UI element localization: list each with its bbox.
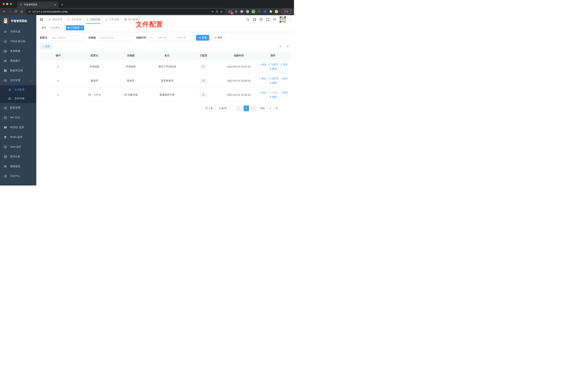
sidebar-item-tracing[interactable]: 链路追踪 [0, 161, 36, 171]
page-size-select[interactable]: 10条/页 ﹀ [215, 106, 234, 111]
active-dot-icon [68, 27, 69, 29]
prev-page-button[interactable]: ‹ [236, 106, 242, 111]
sidebar-item-code-generation[interactable]: 代码生成 [0, 27, 36, 36]
fullscreen-icon[interactable] [266, 18, 270, 21]
sidebar-item-label: 代码生成示例 [10, 40, 25, 43]
tag-close-icon[interactable]: ✕ [81, 27, 82, 29]
sidebar-item-file-config[interactable]: 文件配置 [0, 85, 36, 94]
master-config-link[interactable]: 主配置 [268, 77, 278, 80]
page-number-1[interactable]: 1 [244, 106, 249, 111]
browser-tab[interactable]: 芋道管理系统 ✕ [17, 2, 59, 8]
extension-eye-icon[interactable] [263, 10, 267, 13]
tag-close-icon[interactable]: ✕ [61, 27, 63, 29]
address-bar[interactable]: 127.0.0.1:1024/infra/file/file-config [26, 9, 225, 14]
browser-update-button[interactable]: 更新 [282, 9, 292, 14]
caret-down-icon[interactable]: ▼ [289, 19, 291, 21]
show-search-button[interactable] [278, 44, 283, 49]
config-name-input[interactable] [50, 35, 84, 41]
new-tab-button[interactable]: + [61, 3, 63, 7]
sidebar-item-system-api[interactable]: 系统接口 [0, 56, 36, 66]
delete-link[interactable]: 删除 [269, 95, 277, 99]
sidebar-item-db-doc[interactable]: 数据库文档 [0, 66, 36, 75]
sidebar-item-redis-monitor[interactable]: Redis 监控 [0, 132, 36, 142]
sidebar-item-label: Redis 监控 [10, 136, 22, 139]
extension-tabs-icon[interactable]: 11 [229, 10, 232, 13]
nav-item-reports[interactable]: 统计报表 [122, 15, 140, 24]
test-link[interactable]: 测试 [280, 77, 288, 80]
tag-home[interactable]: 首页 [40, 25, 48, 30]
filter-name-label: 配置名 [40, 36, 48, 39]
add-button[interactable]: + 新增 [40, 43, 52, 49]
sidebar-item-log-center[interactable]: 日志中心 [0, 171, 36, 181]
help-icon[interactable] [259, 18, 263, 21]
nav-item-payment[interactable]: ¥ 支付管理 [65, 15, 84, 24]
browser-menu-icon[interactable] [290, 11, 291, 13]
sidebar-item-java-monitor[interactable]: Java 监控 [0, 142, 36, 152]
sidebar-item-file-list[interactable]: 文件列表 [0, 94, 36, 103]
home-icon[interactable] [19, 9, 24, 14]
nav-item-workflow[interactable]: 工作流程 [103, 15, 122, 24]
search-button[interactable]: 搜索 [196, 35, 209, 41]
sidebar-item-config-management[interactable]: 配置管理 [0, 103, 36, 113]
storage-select[interactable]: ﹀ [98, 35, 131, 41]
github-icon[interactable] [253, 18, 256, 21]
test-link[interactable]: 测试 [280, 91, 288, 94]
avatar[interactable] [279, 16, 286, 23]
extension-drop-icon[interactable] [234, 10, 238, 13]
minimize-window-button[interactable] [6, 3, 8, 5]
sidebar-item-api-log[interactable]: API 日志 ﹀ [0, 113, 36, 122]
reset-button[interactable]: 重置 [211, 35, 225, 41]
search-icon[interactable] [246, 18, 250, 21]
back-icon[interactable] [2, 9, 7, 14]
master-config-link[interactable]: 主配置 [268, 63, 278, 66]
date-range-picker[interactable]: 开始日期 - 结束日期 [148, 35, 191, 41]
storage-select-field[interactable] [100, 36, 126, 39]
browser-toolbar: 127.0.0.1:1024/infra/file/file-config 11… [0, 8, 294, 15]
pencil-icon [259, 92, 261, 94]
extension-star-icon[interactable] [257, 10, 261, 13]
maximize-window-button[interactable] [10, 3, 12, 5]
edit-link[interactable]: 修改 [259, 91, 266, 94]
sidebar-logo[interactable]: 芋道管理系统 [0, 15, 36, 27]
password-key-icon[interactable] [211, 10, 214, 13]
nav-item-infrastructure[interactable]: 基础设施 [84, 15, 103, 24]
sidebar-item-file-management[interactable]: 文件管理 ︿ [0, 75, 36, 85]
test-link[interactable]: 测试 [280, 63, 288, 66]
sidebar-collapse-icon[interactable] [39, 17, 43, 22]
master-tag: 否 [200, 64, 207, 69]
profile-emoji-icon[interactable] [275, 10, 278, 13]
forward-icon[interactable] [8, 9, 13, 14]
cell-id: 4 [40, 74, 76, 88]
extensions-area: 11 ⌘ y [227, 10, 280, 13]
font-size-icon[interactable]: ᴛT [273, 18, 276, 21]
extension-command-icon[interactable]: ⌘ [240, 10, 244, 13]
edit-link[interactable]: 修改 [259, 77, 266, 80]
sidebar-item-code-demo[interactable]: 代码生成示例 [0, 36, 36, 46]
pencil-icon [259, 64, 261, 65]
sidebar-item-form-builder[interactable]: 表单构建 [0, 46, 36, 56]
edit-link[interactable]: 修改 [259, 63, 266, 66]
extensions-puzzle-icon[interactable] [269, 10, 273, 13]
extension-y-icon[interactable]: y [252, 10, 255, 13]
tab-close-icon[interactable]: ✕ [53, 3, 57, 6]
cell-remark: 戴佩妮真可爱 [149, 88, 185, 102]
sidebar-item-scheduled-tasks[interactable]: 定时任务 [0, 152, 36, 161]
tag-profile[interactable]: 个人中心 ✕ [49, 25, 65, 30]
nav-item-system[interactable]: 系统管理 [46, 15, 65, 24]
sidebar-item-mysql-monitor[interactable]: MySQL 监控 [0, 122, 36, 132]
share-icon[interactable] [216, 10, 219, 13]
refresh-table-button[interactable] [285, 44, 290, 49]
next-page-button[interactable]: › [251, 106, 257, 111]
delete-link[interactable]: 删除 [269, 81, 277, 85]
chevron-down-icon: ﹀ [127, 36, 129, 39]
site-info-icon[interactable] [28, 10, 31, 13]
tag-file-config[interactable]: 文件配置 ✕ [66, 25, 84, 30]
bookmark-star-icon[interactable] [220, 10, 223, 13]
goto-page-input[interactable] [266, 106, 274, 111]
extension-grey-circle-icon[interactable] [246, 10, 249, 13]
reload-icon[interactable] [13, 9, 18, 14]
config-name-input-field[interactable] [52, 36, 82, 39]
close-window-button[interactable] [2, 3, 5, 5]
delete-link[interactable]: 删除 [269, 67, 277, 70]
trash-icon [269, 82, 272, 84]
